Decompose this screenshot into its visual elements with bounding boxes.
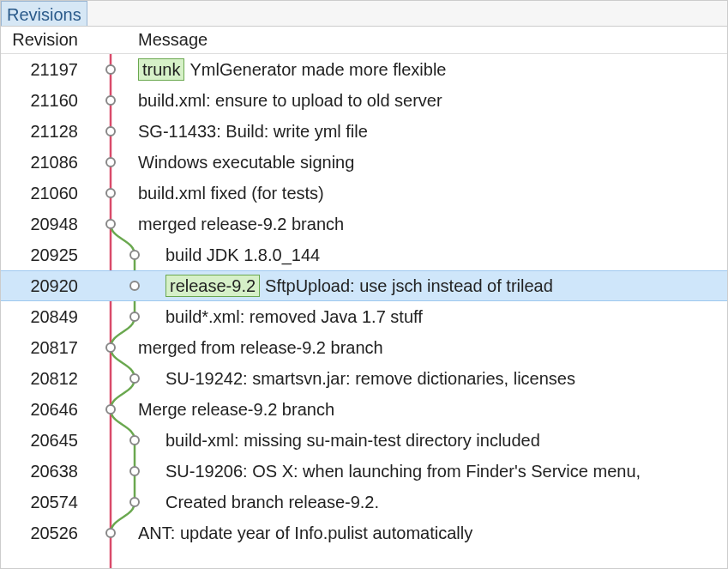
commit-message-text: Windows executable signing (138, 153, 354, 173)
commit-message: trunkYmlGenerator made more flexible (138, 58, 446, 81)
commit-message: build JDK 1.8.0_144 (138, 245, 320, 265)
commit-node-icon (129, 435, 140, 445)
commit-message: ANT: update year of Info.pulist automati… (138, 524, 472, 543)
table-row[interactable]: 20925build JDK 1.8.0_144 (1, 239, 727, 270)
graph-cell (87, 363, 138, 394)
commit-message-text: SG-11433: Build: write yml file (138, 122, 368, 142)
revision-list: 21197trunkYmlGenerator made more flexibl… (1, 54, 727, 548)
commit-message: merged release-9.2 branch (138, 215, 344, 234)
table-row[interactable]: 20526ANT: update year of Info.pulist aut… (1, 518, 727, 548)
branch-label: release-9.2 (165, 275, 260, 297)
commit-node-icon (105, 528, 116, 538)
graph-cell (87, 270, 138, 301)
revision-number: 21086 (1, 153, 87, 173)
table-row[interactable]: 20574Created branch release-9.2. (1, 487, 727, 518)
commit-message-text: Merge release-9.2 branch (138, 400, 334, 420)
graph-cell (87, 394, 138, 425)
commit-message: build-xml: missing su-main-test director… (138, 431, 540, 451)
graph-cell (87, 456, 138, 487)
revision-number: 20817 (1, 338, 87, 358)
commit-node-icon (129, 373, 140, 384)
branch-label: trunk (138, 58, 184, 81)
commit-message-text: ANT: update year of Info.pulist automati… (138, 524, 472, 543)
revisions-pane: Revisions Revision Message 21197trunkYml… (0, 0, 728, 569)
revision-number: 20526 (1, 524, 87, 543)
table-row[interactable]: 20849build*.xml: removed Java 1.7 stuff (1, 301, 727, 332)
revision-number: 21128 (1, 122, 87, 142)
commit-node-icon (105, 126, 116, 136)
commit-message-text: SU-19242: smartsvn.jar: remove dictionar… (165, 369, 575, 389)
table-row[interactable]: 20645build-xml: missing su-main-test dir… (1, 425, 727, 456)
revision-number: 20925 (1, 245, 87, 265)
commit-message: Merge release-9.2 branch (138, 400, 334, 420)
commit-message-text: SU-19206: OS X: when launching from Find… (165, 462, 641, 481)
table-row[interactable]: 20812SU-19242: smartsvn.jar: remove dict… (1, 363, 727, 394)
table-row[interactable]: 21086Windows executable signing (1, 147, 727, 178)
commit-message: Windows executable signing (138, 153, 354, 173)
graph-cell (87, 54, 138, 85)
commit-message: build*.xml: removed Java 1.7 stuff (138, 307, 423, 327)
table-row[interactable]: 20638SU-19206: OS X: when launching from… (1, 456, 727, 487)
commit-message-text: YmlGenerator made more flexible (190, 60, 446, 80)
commit-message: SU-19206: OS X: when launching from Find… (138, 462, 641, 481)
commit-message: release-9.2SftpUpload: use jsch instead … (138, 275, 553, 297)
commit-node-icon (129, 281, 140, 291)
commit-message: Created branch release-9.2. (138, 493, 379, 512)
table-row[interactable]: 20817merged from release-9.2 branch (1, 332, 727, 363)
graph-cell (87, 239, 138, 270)
revision-number: 20920 (1, 276, 87, 296)
tab-label: Revisions (7, 5, 81, 25)
graph-cell (87, 301, 138, 332)
commit-message-text: build.xml fixed (for tests) (138, 184, 324, 203)
revision-number: 21160 (1, 91, 87, 111)
commit-message: SU-19242: smartsvn.jar: remove dictionar… (138, 369, 575, 389)
table-row[interactable]: 21160build.xml: ensure to upload to old … (1, 85, 727, 116)
commit-node-icon (105, 64, 116, 75)
graph-cell (87, 85, 138, 116)
commit-node-icon (105, 95, 116, 106)
graph-cell (87, 116, 138, 147)
commit-message-text: build-xml: missing su-main-test director… (165, 431, 540, 451)
revision-number: 20574 (1, 493, 87, 512)
tab-bar: Revisions (1, 1, 727, 27)
revision-number: 20849 (1, 307, 87, 327)
revision-number: 20645 (1, 431, 87, 451)
tab-revisions[interactable]: Revisions (1, 1, 87, 26)
table-row[interactable]: 21197trunkYmlGenerator made more flexibl… (1, 54, 727, 85)
commit-node-icon (129, 250, 140, 260)
graph-cell (87, 209, 138, 239)
revision-number: 20646 (1, 400, 87, 420)
commit-message: SG-11433: Build: write yml file (138, 122, 368, 142)
table-row[interactable]: 20646Merge release-9.2 branch (1, 394, 727, 425)
revision-number: 21197 (1, 60, 87, 80)
column-header-revision[interactable]: Revision (1, 30, 87, 50)
revision-number: 20812 (1, 369, 87, 389)
commit-message-text: Created branch release-9.2. (165, 493, 379, 512)
revision-number: 20638 (1, 462, 87, 481)
commit-message-text: build.xml: ensure to upload to old serve… (138, 91, 442, 111)
commit-message-text: merged release-9.2 branch (138, 215, 344, 234)
commit-message-text: SftpUpload: use jsch instead of trilead (265, 276, 553, 296)
commit-node-icon (105, 342, 116, 353)
commit-node-icon (105, 219, 116, 229)
revision-number: 21060 (1, 184, 87, 203)
graph-cell (87, 487, 138, 518)
table-row[interactable]: 21128SG-11433: Build: write yml file (1, 116, 727, 147)
graph-cell (87, 518, 138, 548)
graph-cell (87, 147, 138, 178)
commit-message: merged from release-9.2 branch (138, 338, 383, 358)
column-header-message[interactable]: Message (87, 30, 208, 50)
commit-node-icon (105, 188, 116, 198)
commit-node-icon (129, 466, 140, 476)
graph-cell (87, 425, 138, 456)
table-row[interactable]: 20948merged release-9.2 branch (1, 209, 727, 239)
revision-number: 20948 (1, 215, 87, 234)
table-row[interactable]: 21060build.xml fixed (for tests) (1, 178, 727, 209)
table-row[interactable]: 20920release-9.2SftpUpload: use jsch ins… (1, 270, 727, 301)
commit-node-icon (105, 157, 116, 167)
commit-message-text: merged from release-9.2 branch (138, 338, 383, 358)
column-headers: Revision Message (1, 27, 727, 54)
commit-node-icon (105, 404, 116, 415)
commit-message: build.xml fixed (for tests) (138, 184, 324, 203)
commit-message-text: build JDK 1.8.0_144 (165, 245, 320, 265)
